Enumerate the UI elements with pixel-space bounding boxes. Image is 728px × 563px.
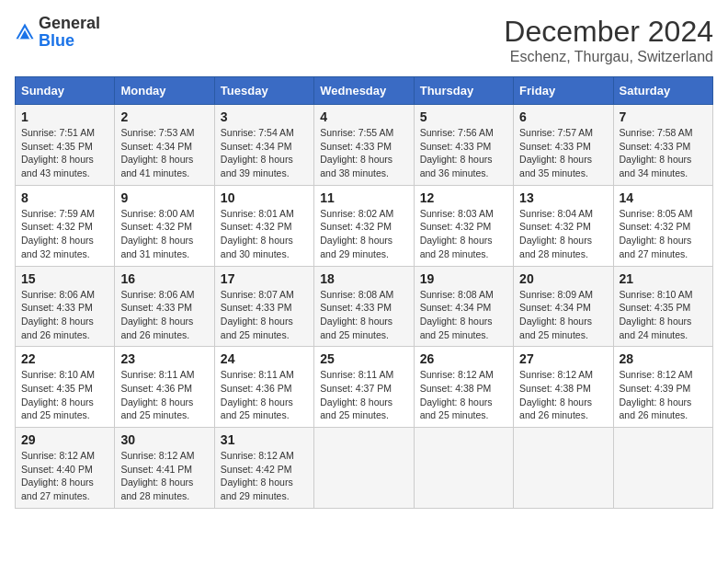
day-number: 13 [519,190,607,205]
week-row-5: 29Sunrise: 8:12 AM Sunset: 4:40 PM Dayli… [16,428,713,509]
day-number: 12 [420,190,507,205]
calendar-cell: 14Sunrise: 8:05 AM Sunset: 4:32 PM Dayli… [613,185,712,266]
calendar-table: SundayMondayTuesdayWednesdayThursdayFrid… [15,76,713,509]
cell-details: Sunrise: 8:11 AM Sunset: 4:37 PM Dayligh… [320,369,393,420]
logo-blue-text: Blue [39,31,74,50]
calendar-cell: 26Sunrise: 8:12 AM Sunset: 4:38 PM Dayli… [414,347,513,428]
logo-icon [15,22,35,42]
day-header-wednesday: Wednesday [314,77,414,105]
month-title: December 2024 [504,15,713,49]
day-number: 31 [221,432,308,447]
cell-details: Sunrise: 7:57 AM Sunset: 4:33 PM Dayligh… [519,127,593,178]
cell-details: Sunrise: 7:53 AM Sunset: 4:34 PM Dayligh… [120,127,194,178]
calendar-cell: 10Sunrise: 8:01 AM Sunset: 4:32 PM Dayli… [214,185,313,266]
cell-details: Sunrise: 8:07 AM Sunset: 4:33 PM Dayligh… [221,289,294,340]
day-number: 14 [620,190,707,205]
day-number: 24 [221,351,308,366]
calendar-cell: 5Sunrise: 7:56 AM Sunset: 4:33 PM Daylig… [414,105,513,186]
cell-details: Sunrise: 8:12 AM Sunset: 4:42 PM Dayligh… [221,450,294,501]
cell-details: Sunrise: 7:54 AM Sunset: 4:34 PM Dayligh… [221,127,294,178]
calendar-cell: 27Sunrise: 8:12 AM Sunset: 4:38 PM Dayli… [514,347,613,428]
day-number: 17 [221,271,308,286]
calendar-cell: 31Sunrise: 8:12 AM Sunset: 4:42 PM Dayli… [214,428,313,509]
cell-details: Sunrise: 7:55 AM Sunset: 4:33 PM Dayligh… [320,127,393,178]
calendar-cell: 9Sunrise: 8:00 AM Sunset: 4:32 PM Daylig… [115,185,214,266]
week-row-4: 22Sunrise: 8:10 AM Sunset: 4:35 PM Dayli… [16,347,713,428]
calendar-cell: 28Sunrise: 8:12 AM Sunset: 4:39 PM Dayli… [613,347,712,428]
calendar-cell: 8Sunrise: 7:59 AM Sunset: 4:32 PM Daylig… [16,185,115,266]
day-number: 26 [420,351,507,366]
calendar-cell: 15Sunrise: 8:06 AM Sunset: 4:33 PM Dayli… [16,266,115,347]
cell-details: Sunrise: 8:12 AM Sunset: 4:39 PM Dayligh… [620,369,693,420]
week-row-1: 1Sunrise: 7:51 AM Sunset: 4:35 PM Daylig… [16,105,713,186]
calendar-cell: 3Sunrise: 7:54 AM Sunset: 4:34 PM Daylig… [214,105,313,186]
location-title: Eschenz, Thurgau, Switzerland [504,49,713,65]
calendar-cell [514,428,613,509]
day-header-friday: Friday [514,77,613,105]
cell-details: Sunrise: 7:58 AM Sunset: 4:33 PM Dayligh… [620,127,693,178]
day-number: 20 [519,271,607,286]
week-row-2: 8Sunrise: 7:59 AM Sunset: 4:32 PM Daylig… [16,185,713,266]
day-number: 7 [620,109,707,124]
day-number: 25 [320,351,407,366]
calendar-cell: 16Sunrise: 8:06 AM Sunset: 4:33 PM Dayli… [115,266,214,347]
day-header-tuesday: Tuesday [214,77,313,105]
day-number: 29 [21,432,108,447]
calendar-cell: 23Sunrise: 8:11 AM Sunset: 4:36 PM Dayli… [115,347,214,428]
header: General Blue December 2024 Eschenz, Thur… [15,15,713,65]
day-number: 23 [120,351,208,366]
day-header-monday: Monday [115,77,214,105]
calendar-cell: 25Sunrise: 8:11 AM Sunset: 4:37 PM Dayli… [314,347,414,428]
week-row-3: 15Sunrise: 8:06 AM Sunset: 4:33 PM Dayli… [16,266,713,347]
logo-general-text: General [39,14,100,32]
cell-details: Sunrise: 8:04 AM Sunset: 4:32 PM Dayligh… [519,208,593,259]
header-row: SundayMondayTuesdayWednesdayThursdayFrid… [16,77,713,105]
day-number: 8 [21,190,108,205]
day-header-thursday: Thursday [414,77,513,105]
calendar-cell [414,428,513,509]
cell-details: Sunrise: 8:06 AM Sunset: 4:33 PM Dayligh… [120,289,194,340]
calendar-cell: 19Sunrise: 8:08 AM Sunset: 4:34 PM Dayli… [414,266,513,347]
day-number: 28 [620,351,707,366]
cell-details: Sunrise: 8:08 AM Sunset: 4:34 PM Dayligh… [420,289,494,340]
calendar-cell: 29Sunrise: 8:12 AM Sunset: 4:40 PM Dayli… [16,428,115,509]
logo: General Blue [15,15,100,50]
cell-details: Sunrise: 7:59 AM Sunset: 4:32 PM Dayligh… [21,208,95,259]
cell-details: Sunrise: 8:10 AM Sunset: 4:35 PM Dayligh… [620,289,693,340]
cell-details: Sunrise: 8:06 AM Sunset: 4:33 PM Dayligh… [21,289,95,340]
day-number: 18 [320,271,407,286]
cell-details: Sunrise: 8:10 AM Sunset: 4:35 PM Dayligh… [21,369,95,420]
calendar-cell: 20Sunrise: 8:09 AM Sunset: 4:34 PM Dayli… [514,266,613,347]
cell-details: Sunrise: 8:05 AM Sunset: 4:32 PM Dayligh… [620,208,693,259]
cell-details: Sunrise: 8:12 AM Sunset: 4:40 PM Dayligh… [21,450,95,501]
day-number: 16 [120,271,208,286]
day-number: 2 [120,109,208,124]
calendar-cell: 13Sunrise: 8:04 AM Sunset: 4:32 PM Dayli… [514,185,613,266]
calendar-cell: 11Sunrise: 8:02 AM Sunset: 4:32 PM Dayli… [314,185,414,266]
cell-details: Sunrise: 8:00 AM Sunset: 4:32 PM Dayligh… [120,208,194,259]
day-number: 30 [120,432,208,447]
calendar-cell: 6Sunrise: 7:57 AM Sunset: 4:33 PM Daylig… [514,105,613,186]
cell-details: Sunrise: 8:03 AM Sunset: 4:32 PM Dayligh… [420,208,494,259]
cell-details: Sunrise: 8:12 AM Sunset: 4:38 PM Dayligh… [420,369,494,420]
calendar-cell: 17Sunrise: 8:07 AM Sunset: 4:33 PM Dayli… [214,266,313,347]
calendar-cell: 4Sunrise: 7:55 AM Sunset: 4:33 PM Daylig… [314,105,414,186]
day-number: 5 [420,109,507,124]
calendar-cell [314,428,414,509]
cell-details: Sunrise: 7:56 AM Sunset: 4:33 PM Dayligh… [420,127,494,178]
calendar-cell: 30Sunrise: 8:12 AM Sunset: 4:41 PM Dayli… [115,428,214,509]
day-header-sunday: Sunday [16,77,115,105]
day-number: 3 [221,109,308,124]
cell-details: Sunrise: 8:11 AM Sunset: 4:36 PM Dayligh… [120,369,194,420]
calendar-cell: 1Sunrise: 7:51 AM Sunset: 4:35 PM Daylig… [16,105,115,186]
day-header-saturday: Saturday [613,77,712,105]
day-number: 9 [120,190,208,205]
calendar-cell [613,428,712,509]
day-number: 1 [21,109,108,124]
cell-details: Sunrise: 8:12 AM Sunset: 4:41 PM Dayligh… [120,450,194,501]
cell-details: Sunrise: 8:08 AM Sunset: 4:33 PM Dayligh… [320,289,393,340]
cell-details: Sunrise: 8:09 AM Sunset: 4:34 PM Dayligh… [519,289,593,340]
calendar-cell: 12Sunrise: 8:03 AM Sunset: 4:32 PM Dayli… [414,185,513,266]
day-number: 15 [21,271,108,286]
day-number: 22 [21,351,108,366]
